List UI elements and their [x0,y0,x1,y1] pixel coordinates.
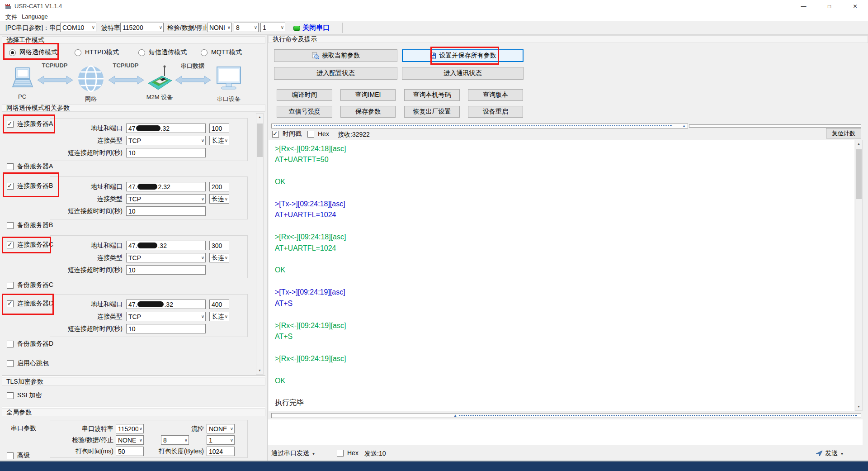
checkbox-checked-icon[interactable]: ✓ [7,242,14,248]
checkbox-unchecked-icon[interactable] [337,450,344,457]
send-button[interactable]: 发送 ▾ [816,448,843,459]
left-panel-scrollbar[interactable]: ▲ ▼ [256,113,264,375]
serial-baud-select[interactable]: 115200∨ [116,424,144,433]
mode-radio-net-passthrough[interactable]: 网络透传模式 [9,47,57,58]
query-imei-button[interactable]: 查询IMEI [340,89,396,101]
radio-selected-icon[interactable] [9,49,16,56]
databits-select[interactable]: 8∨ [234,23,259,32]
mode-radio-httpd[interactable]: HTTPD模式 [75,47,119,58]
checkbox-checked-icon[interactable]: ✓ [7,183,14,190]
parity-select[interactable]: NONI∨ [207,23,232,32]
checkbox-checked-icon[interactable]: ✓ [7,121,14,128]
server-port-input[interactable]: 200 [209,182,229,191]
server-c-backup-checkbox[interactable]: 备份服务器C [7,281,53,289]
query-version-button[interactable]: 查询版本 [468,89,523,101]
log-hex-checkbox[interactable]: Hex [307,130,329,138]
maximize-button[interactable]: □ [816,0,842,12]
server-conn-type-select[interactable]: TCP∨ [126,253,206,262]
server-timeout-input[interactable]: 10 [126,148,206,157]
minimize-button[interactable]: — [791,0,816,12]
scroll-down-icon[interactable]: ▼ [256,367,263,374]
packtime-input[interactable]: 50 [116,447,144,456]
log-scrollbar[interactable]: ▲ ▼ [855,140,863,411]
scroll-up-icon[interactable]: ▲ [855,140,862,147]
query-phone-number-button[interactable]: 查询本机号码 [404,89,460,101]
server-conn-mode-select[interactable]: 长连接∨ [209,194,229,204]
query-signal-button[interactable]: 查信号强度 [277,106,332,118]
checkbox-unchecked-icon[interactable] [7,392,14,399]
server-address-input[interactable]: 47..32 [126,241,206,250]
log-splitter-right[interactable] [689,124,861,128]
flow-select[interactable]: NONE∨ [207,424,235,433]
server-address-input[interactable]: 47.2.32 [126,182,206,191]
baud-select[interactable]: 115200∨ [120,23,164,32]
log-splitter-left[interactable]: ▲ [271,124,688,128]
server-conn-type-select[interactable]: TCP∨ [126,194,206,204]
enter-comm-button[interactable]: 进入通讯状态 [402,67,524,80]
mode-radio-sms[interactable]: 短信透传模式 [138,47,187,58]
send-input-area[interactable] [268,419,863,445]
scrollbar-thumb[interactable] [257,124,263,157]
timestamp-checkbox[interactable]: ✓ 时间戳 [272,130,302,138]
heartbeat-checkbox[interactable]: 启用心跳包 [7,360,49,367]
menu-file[interactable]: 文件 [5,13,17,21]
server-conn-mode-select[interactable]: 长连接∨ [209,136,229,145]
server-port-input[interactable]: 300 [209,241,229,250]
server-a-backup-checkbox[interactable]: 备份服务器A [7,163,53,170]
server-d-enable-checkbox[interactable]: ✓连接服务器D [7,300,53,307]
ssl-checkbox[interactable]: SSL加密 [7,392,42,399]
radio-unselected-icon[interactable] [201,49,208,56]
packlen-input[interactable]: 1024 [207,447,235,456]
server-d-backup-checkbox[interactable]: 备份服务器D [7,340,53,347]
set-save-params-button[interactable]: 设置并保存所有参数 [402,49,524,62]
serial-databits-select[interactable]: 8∨ [161,435,189,445]
checkbox-unchecked-icon[interactable] [307,131,314,138]
send-hex-checkbox[interactable]: Hex [337,449,359,457]
scroll-up-icon[interactable]: ▲ [256,114,263,121]
radio-unselected-icon[interactable] [138,49,145,56]
server-a-enable-checkbox[interactable]: ✓连接服务器A [7,120,53,128]
server-conn-type-select[interactable]: TCP∨ [126,312,206,321]
send-via-serial-select[interactable]: 通过串口发送▾ [271,448,315,459]
server-timeout-input[interactable]: 10 [126,324,206,333]
server-conn-mode-select[interactable]: 长连接∨ [209,253,229,262]
server-conn-type-select[interactable]: TCP∨ [126,136,206,145]
server-b-enable-checkbox[interactable]: ✓连接服务器B [7,182,53,190]
enter-config-button[interactable]: 进入配置状态 [274,67,397,80]
mode-radio-mqtt[interactable]: MQTT模式 [201,47,242,58]
scrollbar-thumb[interactable] [856,149,862,199]
reset-counter-button[interactable]: 复位计数 [826,128,861,138]
menu-language[interactable]: Language [22,13,48,20]
server-address-input[interactable]: 47.32 [126,124,206,133]
server-timeout-input[interactable]: 10 [126,265,206,275]
log-output-area[interactable]: >[Rx<-][09:24:18][asc]AT+UARTFT=50 OK >[… [269,140,854,411]
server-b-backup-checkbox[interactable]: 备份服务器B [7,222,53,229]
send-splitter[interactable]: ▲ [271,413,861,418]
close-button[interactable]: ✕ [842,0,868,12]
serial-stopbits-select[interactable]: 1∨ [207,435,235,445]
checkbox-checked-icon[interactable]: ✓ [7,300,14,307]
com-port-select[interactable]: COM10∨ [60,23,96,32]
serial-parity-select[interactable]: NONE∨ [116,435,144,445]
factory-reset-button[interactable]: 恢复出厂设置 [404,106,460,118]
save-params-button[interactable]: 保存参数 [340,106,396,118]
checkbox-unchecked-icon[interactable] [7,163,14,170]
checkbox-unchecked-icon[interactable] [7,360,14,367]
checkbox-checked-icon[interactable]: ✓ [272,131,279,138]
get-params-button[interactable]: 获取当前参数 [274,49,397,62]
server-c-enable-checkbox[interactable]: ✓连接服务器C [7,241,53,248]
server-port-input[interactable]: 100 [209,124,229,133]
close-port-button[interactable]: 关闭串口 [302,24,330,32]
checkbox-unchecked-icon[interactable] [7,341,14,347]
server-conn-mode-select[interactable]: 长连接∨ [209,312,229,321]
stopbits-select[interactable]: 1∨ [260,23,285,32]
server-port-input[interactable]: 400 [209,300,229,309]
checkbox-unchecked-icon[interactable] [7,452,14,459]
device-restart-button[interactable]: 设备重启 [468,106,523,118]
checkbox-unchecked-icon[interactable] [7,282,14,289]
server-timeout-input[interactable]: 10 [126,206,206,216]
advanced-checkbox[interactable]: 高级 [7,452,30,459]
compile-time-button[interactable]: 编译时间 [277,89,332,101]
server-address-input[interactable]: 47..32 [126,300,206,309]
scroll-down-icon[interactable]: ▼ [855,403,862,410]
